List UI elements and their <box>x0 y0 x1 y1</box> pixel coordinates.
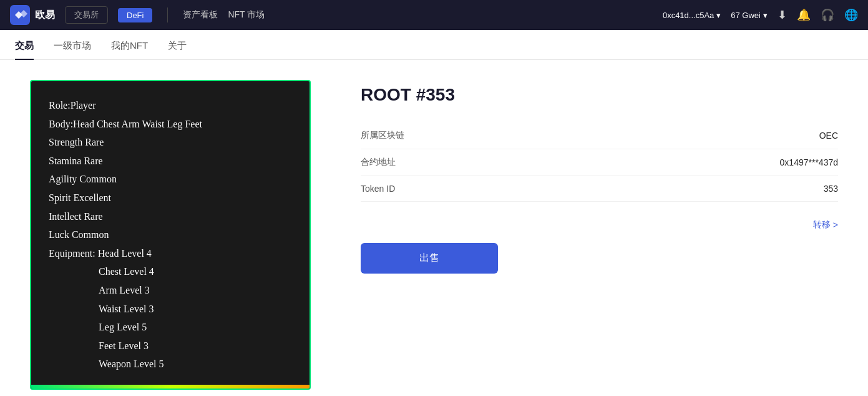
nft-market-link[interactable]: NFT 市场 <box>228 9 265 21</box>
nft-arm: Arm Level 3 <box>49 281 292 300</box>
main-content: Role:Player Body:Head Chest Arm Waist Le… <box>0 60 868 396</box>
contract-value[interactable]: 0x1497***437d <box>436 149 838 176</box>
right-panel: ROOT #353 所属区块链 OEC 合约地址 0x1497***437d T… <box>361 80 838 274</box>
nft-role: Role:Player <box>49 96 292 115</box>
wallet-address[interactable]: 0xc41d...c5Aa ▾ <box>663 11 721 20</box>
logo-text: 欧易 <box>35 9 55 22</box>
assets-link[interactable]: 资产看板 <box>183 9 218 21</box>
token-id-value: 353 <box>436 176 838 202</box>
bell-icon[interactable]: 🔔 <box>797 8 811 22</box>
divider <box>167 7 168 22</box>
info-table: 所属区块链 OEC 合约地址 0x1497***437d Token ID 35… <box>361 122 838 202</box>
token-id-label: Token ID <box>361 176 436 202</box>
navbar-right: 0xc41d...c5Aa ▾ 67 Gwei ▾ ⬇ 🔔 🎧 🌐 <box>663 8 858 22</box>
nft-agility: Agility Common <box>49 170 292 189</box>
tab-my-nft[interactable]: 我的NFT <box>111 30 148 59</box>
contract-row: 合约地址 0x1497***437d <box>361 149 838 176</box>
nft-waist: Waist Level 3 <box>49 300 292 319</box>
token-id-row: Token ID 353 <box>361 176 838 202</box>
nft-leg: Leg Level 5 <box>49 318 292 337</box>
nft-intellect: Intellect Rare <box>49 207 292 226</box>
logo: 欧易 <box>10 5 55 25</box>
nft-card: Role:Player Body:Head Chest Arm Waist Le… <box>30 80 311 390</box>
gwei-selector[interactable]: 67 Gwei ▾ <box>731 11 768 20</box>
headset-icon[interactable]: 🎧 <box>821 8 834 22</box>
blockchain-row: 所属区块链 OEC <box>361 122 838 149</box>
sell-button[interactable]: 出售 <box>361 243 498 274</box>
exchange-button[interactable]: 交易所 <box>65 6 108 24</box>
nft-weapon: Weapon Level 5 <box>49 355 292 374</box>
nft-stamina: Stamina Rare <box>49 152 292 171</box>
tab-trade[interactable]: 交易 <box>15 30 34 59</box>
subnav: 交易 一级市场 我的NFT 关于 <box>0 30 868 60</box>
nft-feet: Feet Level 3 <box>49 337 292 355</box>
tab-primary-market[interactable]: 一级市场 <box>54 30 91 59</box>
nft-equipment: Equipment: Head Level 4 <box>49 244 292 263</box>
download-icon[interactable]: ⬇ <box>778 8 787 22</box>
nft-body: Body:Head Chest Arm Waist Leg Feet <box>49 115 292 134</box>
transfer-label: 转移 <box>813 219 831 230</box>
tab-about[interactable]: 关于 <box>168 30 187 59</box>
contract-label: 合约地址 <box>361 149 436 176</box>
nft-title: ROOT #353 <box>361 85 838 105</box>
nft-spirit: Spirit Excellent <box>49 189 292 207</box>
nft-strength: Strength Rare <box>49 133 292 152</box>
defi-button[interactable]: DeFi <box>118 8 152 22</box>
nft-luck: Luck Common <box>49 225 292 244</box>
nft-chest: Chest Level 4 <box>49 262 292 281</box>
transfer-row[interactable]: 转移 > <box>361 214 838 243</box>
globe-icon[interactable]: 🌐 <box>844 8 858 22</box>
transfer-chevron-icon: > <box>833 220 838 230</box>
blockchain-value: OEC <box>436 122 838 149</box>
blockchain-label: 所属区块链 <box>361 122 436 149</box>
navbar: 欧易 交易所 DeFi 资产看板 NFT 市场 0xc41d...c5Aa ▾ … <box>0 0 868 30</box>
logo-icon <box>10 5 30 25</box>
